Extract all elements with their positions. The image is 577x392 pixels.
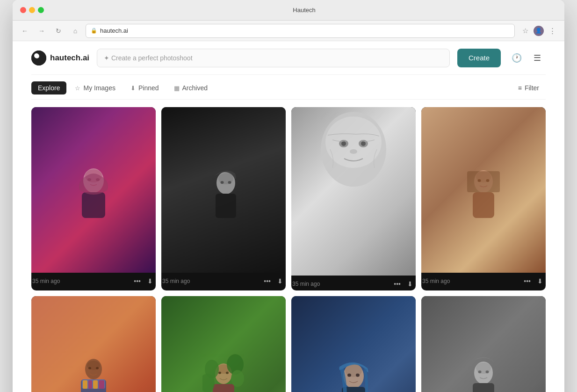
meta-actions: ••• ⬇ bbox=[132, 276, 155, 286]
tab-explore[interactable]: Explore bbox=[31, 81, 66, 94]
nav-bar: ← → ↻ ⌂ 🔒 hautech.ai ☆ 👤 ⋮ bbox=[13, 21, 564, 41]
tab-archived[interactable]: ▦ Archived bbox=[167, 81, 214, 94]
svg-point-0 bbox=[31, 51, 46, 65]
more-options-button[interactable]: ••• bbox=[522, 276, 533, 286]
image-time: 35 min ago bbox=[162, 278, 260, 284]
image-card: 35 min ago ••• ⬇ bbox=[421, 107, 546, 290]
image-thumbnail[interactable] bbox=[421, 107, 546, 273]
svg-rect-25 bbox=[467, 171, 500, 192]
browser-window: Hautech ← → ↻ ⌂ 🔒 hautech.ai ☆ 👤 ⋮ bbox=[13, 0, 564, 392]
archive-icon: ▦ bbox=[174, 85, 180, 92]
image-thumbnail[interactable] bbox=[291, 107, 416, 276]
image-card: 35 min ago ••• ⬇ bbox=[291, 107, 416, 290]
svg-point-48 bbox=[347, 374, 351, 377]
more-options-button[interactable]: ••• bbox=[132, 276, 143, 286]
download-button[interactable]: ⬇ bbox=[405, 279, 415, 289]
tab-pinned[interactable]: ⬇ Pinned bbox=[124, 81, 166, 94]
close-button[interactable] bbox=[20, 7, 26, 13]
filter-button[interactable]: ≡ Filter bbox=[512, 81, 546, 94]
svg-point-1 bbox=[35, 54, 39, 58]
svg-point-2 bbox=[35, 54, 37, 57]
title-bar: Hautech bbox=[13, 0, 564, 21]
app-header: hautech.ai ✦ Create a perfect photoshoot… bbox=[31, 41, 546, 75]
user-avatar[interactable]: 👤 bbox=[534, 26, 544, 36]
tab-my-images[interactable]: ☆ My Images bbox=[68, 81, 122, 94]
image-grid: 35 min ago ••• ⬇ bbox=[31, 107, 546, 392]
svg-point-11 bbox=[221, 181, 224, 184]
lock-icon: 🔒 bbox=[91, 28, 97, 34]
avatar-icon: 👤 bbox=[535, 28, 542, 34]
image-card: 35 min ago ••• ⬇ bbox=[31, 107, 156, 290]
tab-my-images-label: My Images bbox=[83, 84, 115, 92]
menu-icon: ☰ bbox=[534, 53, 541, 63]
tab-archived-label: Archived bbox=[182, 84, 208, 92]
minimize-button[interactable] bbox=[29, 7, 35, 13]
svg-point-40 bbox=[226, 372, 229, 374]
create-button[interactable]: Create bbox=[457, 49, 501, 67]
meta-actions: ••• ⬇ bbox=[262, 276, 285, 286]
image-time: 35 min ago bbox=[422, 278, 520, 284]
image-time: 35 min ago bbox=[292, 281, 390, 287]
image-card: 35 min ago ••• ⬇ bbox=[161, 296, 286, 392]
svg-point-17 bbox=[341, 141, 346, 146]
svg-point-53 bbox=[478, 370, 482, 373]
image-thumbnail[interactable] bbox=[161, 296, 286, 392]
svg-rect-35 bbox=[99, 380, 104, 389]
more-options-button[interactable]: ••• bbox=[262, 276, 273, 286]
svg-rect-4 bbox=[82, 192, 105, 218]
svg-rect-34 bbox=[93, 380, 98, 389]
search-bar[interactable]: ✦ Create a perfect photoshoot bbox=[97, 49, 450, 67]
history-button[interactable]: 🕐 bbox=[508, 50, 525, 66]
image-thumbnail[interactable] bbox=[421, 296, 546, 392]
more-options-button[interactable]: ••• bbox=[392, 279, 403, 289]
image-thumbnail[interactable] bbox=[31, 296, 156, 392]
download-button[interactable]: ⬇ bbox=[145, 276, 155, 286]
svg-point-19 bbox=[350, 149, 357, 154]
logo[interactable]: hautech.ai bbox=[31, 51, 89, 65]
home-button[interactable]: ⌂ bbox=[69, 24, 82, 37]
image-thumbnail[interactable] bbox=[161, 107, 286, 273]
svg-rect-33 bbox=[88, 380, 92, 389]
filter-icon: ≡ bbox=[518, 84, 522, 92]
meta-actions: ••• ⬇ bbox=[392, 279, 415, 289]
image-meta: 35 min ago ••• ⬇ bbox=[421, 273, 546, 288]
back-button[interactable]: ← bbox=[18, 24, 31, 37]
filter-label: Filter bbox=[525, 84, 539, 92]
address-bar[interactable]: 🔒 hautech.ai bbox=[86, 24, 515, 38]
svg-point-18 bbox=[361, 141, 366, 146]
browser-menu-icon[interactable]: ⋮ bbox=[546, 24, 559, 37]
logo-icon bbox=[31, 51, 46, 65]
svg-rect-37 bbox=[213, 384, 234, 392]
logo-text: hautech.ai bbox=[50, 53, 89, 63]
svg-rect-21 bbox=[473, 192, 494, 218]
nav-icons: ☆ 👤 ⋮ bbox=[519, 24, 559, 37]
image-meta: 35 min ago ••• ⬇ bbox=[291, 276, 416, 290]
bookmark-icon[interactable]: ☆ bbox=[519, 24, 532, 37]
menu-button[interactable]: ☰ bbox=[529, 50, 546, 66]
url-text: hautech.ai bbox=[100, 27, 128, 34]
image-card: 35 min ago ••• ⬇ bbox=[31, 296, 156, 392]
image-thumbnail[interactable] bbox=[31, 107, 156, 273]
svg-point-39 bbox=[218, 372, 221, 374]
image-thumbnail[interactable] bbox=[291, 296, 416, 392]
image-meta: 35 min ago ••• ⬇ bbox=[31, 273, 156, 288]
tab-explore-label: Explore bbox=[38, 84, 60, 92]
download-button[interactable]: ⬇ bbox=[535, 276, 545, 286]
refresh-button[interactable]: ↻ bbox=[52, 24, 65, 37]
app-content: hautech.ai ✦ Create a perfect photoshoot… bbox=[13, 41, 564, 392]
image-meta: 35 min ago ••• ⬇ bbox=[161, 273, 286, 288]
star-icon: ☆ bbox=[75, 85, 80, 92]
fullscreen-button[interactable] bbox=[38, 7, 44, 13]
tab-pinned-label: Pinned bbox=[138, 84, 159, 92]
history-icon: 🕐 bbox=[512, 53, 522, 63]
download-button[interactable]: ⬇ bbox=[275, 276, 285, 286]
svg-point-29 bbox=[88, 367, 91, 370]
svg-point-43 bbox=[231, 370, 244, 387]
forward-button[interactable]: → bbox=[35, 24, 48, 37]
svg-point-49 bbox=[356, 374, 360, 377]
svg-point-54 bbox=[486, 370, 489, 373]
svg-rect-32 bbox=[83, 380, 87, 389]
image-card: 35 min ago ••• ⬇ bbox=[291, 296, 416, 392]
svg-point-30 bbox=[96, 367, 99, 370]
svg-rect-9 bbox=[216, 194, 236, 218]
